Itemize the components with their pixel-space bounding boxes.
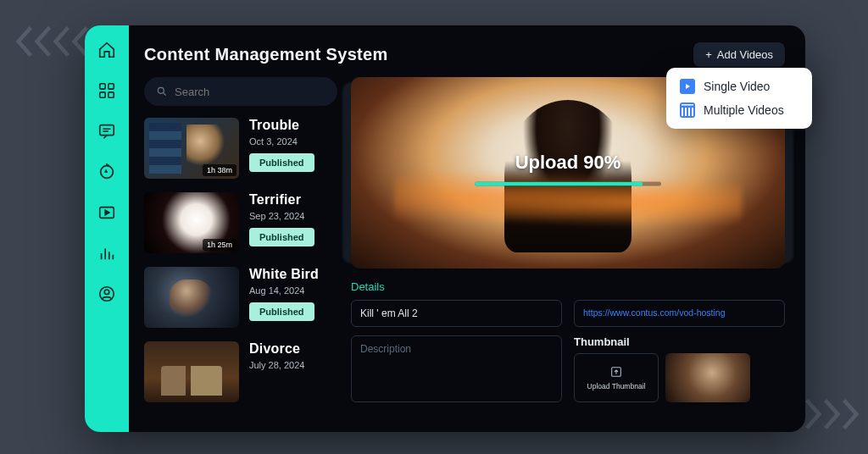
url-field[interactable]: https://www.contus.com/vod-hosting <box>574 300 785 327</box>
video-title: White Bird <box>249 267 319 282</box>
upload-thumbnail-button[interactable]: Upload Thumbnail <box>574 353 659 402</box>
plus-icon: + <box>705 48 712 61</box>
analytics-icon[interactable] <box>97 244 116 263</box>
profile-icon[interactable] <box>97 285 116 303</box>
add-videos-button[interactable]: + Add Videos <box>693 42 785 67</box>
progress-bar-fill <box>475 182 643 186</box>
multiple-videos-label: Multiple Videos <box>704 103 784 117</box>
search-box[interactable] <box>144 77 337 106</box>
single-video-icon <box>680 79 695 94</box>
svg-rect-4 <box>100 125 114 136</box>
add-videos-label: Add Videos <box>717 48 773 61</box>
page-title: Content Management System <box>144 45 388 64</box>
svg-rect-1 <box>108 84 114 89</box>
upload-progress-label: Upload 90% <box>351 152 785 174</box>
menu-multiple-videos[interactable]: Multiple Videos <box>671 98 807 122</box>
status-badge: Published <box>249 153 314 172</box>
multiple-videos-icon <box>680 102 695 118</box>
description-field[interactable]: Description <box>351 335 562 402</box>
main-panel: Content Management System + Add Videos S… <box>129 25 805 432</box>
list-item[interactable]: 1h 38m Trouble Oct 3, 2024 Published <box>144 118 337 179</box>
details-section-label: Details <box>351 280 785 293</box>
svg-rect-0 <box>100 84 105 89</box>
search-icon <box>156 86 168 97</box>
thumbnail: 1h 25m <box>144 192 239 253</box>
list-item[interactable]: 1h 25m Terrifier Sep 23, 2024 Published <box>144 192 337 253</box>
list-item[interactable]: Divorce July 28, 2024 <box>144 341 337 402</box>
video-date: Oct 3, 2024 <box>249 136 314 147</box>
duration-badge: 1h 38m <box>203 164 236 176</box>
menu-single-video[interactable]: Single Video <box>671 75 807 98</box>
svg-rect-2 <box>100 92 105 97</box>
sidebar-nav <box>85 25 129 432</box>
duration-badge: 1h 25m <box>203 239 236 251</box>
status-badge: Published <box>249 302 314 321</box>
play-box-icon[interactable] <box>97 203 116 222</box>
bg-chevrons-left <box>15 25 90 58</box>
video-list-panel: 1h 38m Trouble Oct 3, 2024 Published 1h … <box>144 77 337 420</box>
video-date: Sep 23, 2024 <box>249 211 314 221</box>
thumbnail <box>144 341 239 402</box>
apps-icon[interactable] <box>97 81 116 100</box>
thumbnail <box>144 267 239 328</box>
progress-bar-track <box>475 182 661 186</box>
video-title: Trouble <box>249 118 314 133</box>
video-list: 1h 38m Trouble Oct 3, 2024 Published 1h … <box>144 118 337 402</box>
single-video-label: Single Video <box>704 80 770 93</box>
add-videos-menu: Single Video Multiple Videos <box>666 68 812 129</box>
comments-icon[interactable] <box>97 122 116 141</box>
upload-icon <box>609 365 623 379</box>
thumbnail: 1h 38m <box>144 118 239 179</box>
search-input[interactable] <box>175 86 326 98</box>
title-field[interactable]: Kill ' em All 2 <box>351 300 562 327</box>
svg-point-9 <box>158 87 164 93</box>
app-window: Content Management System + Add Videos S… <box>85 25 805 432</box>
video-title: Terrifier <box>249 192 314 208</box>
video-title: Divorce <box>249 341 304 357</box>
thumbnail-section-label: Thumbnail <box>574 335 785 348</box>
video-date: Aug 14, 2024 <box>249 285 319 296</box>
list-item[interactable]: White Bird Aug 14, 2024 Published <box>144 267 337 328</box>
thumbnail-preview[interactable] <box>665 353 750 402</box>
video-date: July 28, 2024 <box>249 360 304 370</box>
svg-rect-3 <box>108 92 114 97</box>
status-badge: Published <box>249 228 314 246</box>
refresh-icon[interactable] <box>97 163 116 181</box>
upload-thumb-label: Upload Thumbnail <box>587 382 646 390</box>
home-icon[interactable] <box>97 41 116 59</box>
svg-point-8 <box>104 290 109 295</box>
